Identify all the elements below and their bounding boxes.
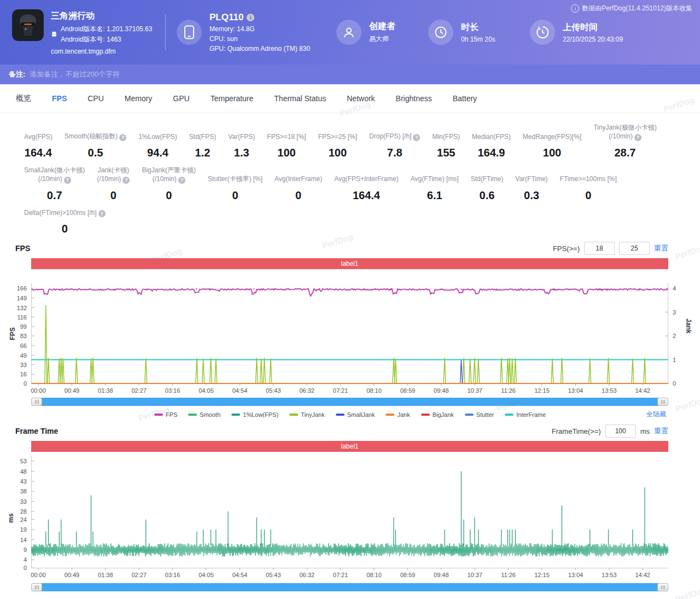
stat-label: Avg(FTime) [ms]: [411, 175, 459, 183]
x-axis-tick: 12:15: [528, 572, 556, 578]
tab-brightness[interactable]: Brightness: [386, 94, 442, 103]
tab-thermal-status[interactable]: Thermal Status: [264, 94, 336, 103]
x-axis-tick: 08:10: [360, 387, 388, 394]
fps-scrollbar-track[interactable]: [41, 398, 658, 406]
x-axis-tick: 13:04: [561, 387, 590, 394]
stat-median-fps: Median(FPS)164.9: [472, 132, 511, 159]
x-axis-tick: 09:48: [427, 572, 456, 578]
upload-time-block: 上传时间 22/10/2025 20:43:09: [530, 20, 623, 45]
y-axis-tick: 33: [4, 362, 27, 368]
stat-label: TinyJank(极微小卡顿) (/10min)?: [593, 123, 657, 141]
stat-label: Delta(FTime)>100ms [/h]?: [24, 208, 106, 218]
frametime-scrollbar-track[interactable]: [41, 583, 658, 591]
legend-item-fps[interactable]: FPS: [154, 411, 177, 418]
fps-section-title: FPS: [15, 244, 30, 253]
stat-value: 100: [523, 147, 581, 159]
fps-scrollbar-left-handle[interactable]: [31, 398, 42, 406]
legend-item-interframe[interactable]: InterFrame: [505, 411, 546, 418]
stat-fps-25: FPS>=25 [%]100: [318, 132, 357, 159]
stat-value: 0: [142, 189, 196, 202]
fps-section: FPS FPS(>=) 重置 label1 166149132116998366…: [0, 242, 700, 420]
legend-item-tinyjank[interactable]: TinyJank: [289, 411, 325, 418]
frametime-scrollbar-right-handle[interactable]: [657, 583, 668, 591]
x-axis-tick: 04:54: [225, 387, 254, 394]
legend-item-bigjank[interactable]: BigJank: [421, 411, 454, 418]
note-bar: 备注: 添加备注，不超过200个字符: [0, 65, 700, 84]
legend-label: 1%Low(FPS): [243, 411, 278, 418]
stat-value: 6.1: [411, 189, 459, 202]
stat-ftime-100ms: FTime>=100ms [%]0: [560, 175, 617, 201]
android-version-code: Android版本号: 1463: [61, 35, 152, 44]
frametime-chart-label-bar: label1: [31, 441, 668, 452]
frametime-threshold-input[interactable]: [605, 424, 636, 438]
note-label: 备注:: [9, 69, 25, 79]
help-icon[interactable]: ?: [119, 134, 126, 141]
tab-overview[interactable]: 概览: [5, 94, 42, 103]
tab-gpu[interactable]: GPU: [162, 94, 200, 103]
legend-item-smalljank[interactable]: SmallJank: [336, 411, 375, 418]
x-axis-tick: 03:16: [159, 387, 187, 394]
fps-threshold-input-1[interactable]: [584, 242, 615, 255]
stat-avg-ftime-ms: Avg(FTime) [ms]6.1: [411, 175, 459, 201]
help-icon[interactable]: ?: [634, 134, 641, 141]
device-memory: Memory: 14.8G: [209, 25, 310, 33]
x-axis-tick: 01:38: [91, 387, 120, 394]
stat-drop-fps-h: Drop(FPS) [/h]?7.8: [369, 132, 420, 159]
stat-value: 94.4: [138, 147, 177, 159]
stat-smalljank-微小卡顿: SmallJank(微小卡顿) (/10min)?0.7: [24, 166, 85, 202]
help-icon[interactable]: ?: [64, 177, 71, 184]
stat-value: 0.3: [515, 189, 547, 202]
tab-battery[interactable]: Battery: [442, 94, 487, 103]
help-icon[interactable]: ?: [122, 177, 130, 184]
frametime-section-title: Frame Time: [15, 427, 58, 435]
device-info-icon[interactable]: i: [247, 14, 254, 21]
upload-meta: 上传时间 22/10/2025 20:43:09: [563, 22, 623, 43]
stat-value: 0: [97, 189, 130, 202]
app-package: com.tencent.tmgp.dfm: [51, 48, 152, 55]
fps-threshold-input-2[interactable]: [619, 242, 650, 255]
stat-label: Min(FPS): [432, 132, 460, 141]
app-meta: 三角洲行动 Android版本名: 1.201.37105.63 Android…: [51, 9, 152, 55]
legend-item-jank[interactable]: Jank: [386, 411, 410, 418]
frametime-scrollbar-left-handle[interactable]: [31, 583, 42, 591]
x-axis-tick: 08:59: [393, 387, 422, 394]
tab-fps[interactable]: FPS: [42, 94, 77, 103]
duration-meta: 时长 0h 15m 20s: [461, 22, 495, 43]
stat-value: 0: [208, 189, 262, 202]
x-axis-tick: 04:54: [225, 572, 254, 578]
legend-marker: [421, 414, 430, 416]
help-icon[interactable]: ?: [413, 134, 420, 141]
tab-memory[interactable]: Memory: [114, 94, 163, 103]
fps-legend: FPSSmooth1%Low(FPS)TinyJankSmallJankJank…: [0, 409, 700, 420]
upload-value: 22/10/2025 20:43:09: [563, 36, 623, 43]
stat-value: 155: [432, 147, 460, 159]
stat-tinyjank-极微小卡顿: TinyJank(极微小卡顿) (/10min)?28.7: [593, 123, 657, 159]
app-info-block: 三角洲行动 Android版本名: 1.201.37105.63 Android…: [0, 9, 162, 55]
tab-network[interactable]: Network: [336, 94, 385, 103]
x-axis-tick: 08:10: [360, 572, 388, 578]
legend-item-1-low-fps[interactable]: 1%Low(FPS): [231, 411, 278, 418]
stat-smooth-稳帧指数: Smooth(稳帧指数)?0.5: [65, 132, 126, 159]
y-axis-tick: 4: [4, 556, 27, 563]
note-input[interactable]: 添加备注，不超过200个字符: [30, 65, 700, 84]
legend-item-smooth[interactable]: Smooth: [188, 411, 220, 418]
hide-all-link[interactable]: 全隐藏: [646, 410, 666, 419]
fps-scrollbar-right-handle[interactable]: [657, 398, 668, 406]
stat-label: Std(FTime): [471, 175, 504, 183]
creator-block: 创建者 易大师: [336, 20, 428, 45]
stat-value: 100: [267, 147, 306, 159]
frametime-reset-link[interactable]: 重置: [654, 426, 668, 436]
legend-item-stutter[interactable]: Stutter: [465, 411, 494, 418]
stat-var-fps: Var(FPS)1.3: [228, 132, 255, 159]
perfdog-report-page: 三角洲行动 Android版本名: 1.201.37105.63 Android…: [0, 0, 700, 599]
tab-temperature[interactable]: Temperature: [200, 94, 264, 103]
history-clock-icon: [530, 20, 555, 45]
help-icon[interactable]: ?: [178, 177, 185, 184]
fps-reset-link[interactable]: 重置: [654, 243, 668, 253]
frametime-y-axis-label: ms: [7, 513, 15, 522]
duration-label: 时长: [461, 22, 495, 33]
tab-cpu[interactable]: CPU: [77, 94, 114, 103]
y-axis-tick: 9: [4, 546, 27, 553]
legend-label: Jank: [397, 411, 410, 418]
help-icon[interactable]: ?: [98, 210, 106, 217]
